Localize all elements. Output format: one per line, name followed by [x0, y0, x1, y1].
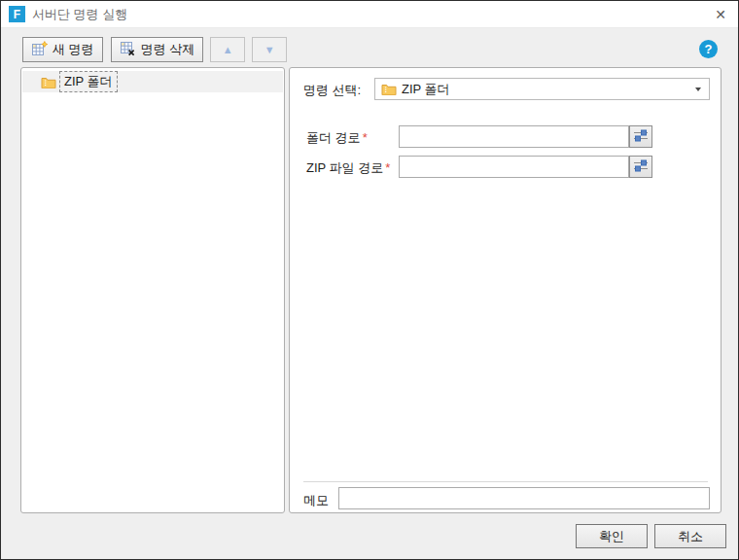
delete-command-icon: [120, 41, 137, 59]
required-mark: *: [363, 130, 368, 145]
memo-input[interactable]: [338, 487, 710, 509]
move-down-icon: ▼: [264, 45, 275, 55]
toolbar: 새 명령 명령 삭제 ▲ ▼: [22, 37, 287, 62]
new-command-button[interactable]: 새 명령: [22, 37, 103, 62]
close-icon[interactable]: ✕: [712, 6, 729, 23]
chevron-down-icon: [695, 88, 701, 91]
new-command-icon: [31, 41, 49, 59]
dialog-window: F 서버단 명령 실행 ✕ 새 명령: [0, 0, 739, 560]
memo-label: 메모: [303, 492, 329, 509]
delete-command-button[interactable]: 명령 삭제: [111, 37, 204, 62]
app-icon: F: [9, 6, 25, 22]
command-list-panel: ZIP 폴더: [20, 67, 285, 513]
zip-file-path-picker-button[interactable]: [629, 156, 652, 178]
zip-file-path-input[interactable]: [399, 156, 629, 178]
command-select-value: ZIP 폴더: [402, 81, 695, 98]
divider: [303, 481, 708, 482]
folder-path-picker-button[interactable]: [629, 125, 652, 148]
new-command-label: 새 명령: [53, 41, 94, 58]
move-up-button[interactable]: ▲: [210, 37, 245, 62]
list-item[interactable]: ZIP 폴더: [22, 71, 283, 92]
folder-path-label: 폴더 경로*: [306, 129, 368, 147]
ok-button[interactable]: 확인: [576, 524, 648, 548]
move-up-icon: ▲: [223, 45, 233, 55]
move-down-button[interactable]: ▼: [252, 37, 287, 62]
folder-path-input[interactable]: [399, 125, 629, 148]
zip-folder-icon: [41, 76, 56, 88]
title-bar: F 서버단 명령 실행 ✕: [1, 1, 738, 28]
command-form-panel: 명령 선택: ZIP 폴더 폴더 경로* Z: [289, 67, 721, 513]
sliders-icon: [633, 128, 649, 145]
command-select-label: 명령 선택:: [303, 82, 361, 99]
list-item-label: ZIP 폴더: [59, 71, 118, 92]
window-title: 서버단 명령 실행: [32, 6, 127, 23]
required-mark: *: [385, 160, 390, 175]
cancel-button[interactable]: 취소: [654, 524, 726, 548]
sliders-icon: [633, 158, 649, 175]
delete-command-label: 명령 삭제: [141, 41, 195, 58]
help-icon[interactable]: ?: [699, 40, 718, 58]
zip-folder-icon: [381, 83, 397, 95]
zip-file-path-label: ZIP 파일 경로*: [306, 159, 390, 177]
command-select-dropdown[interactable]: ZIP 폴더: [374, 78, 710, 100]
